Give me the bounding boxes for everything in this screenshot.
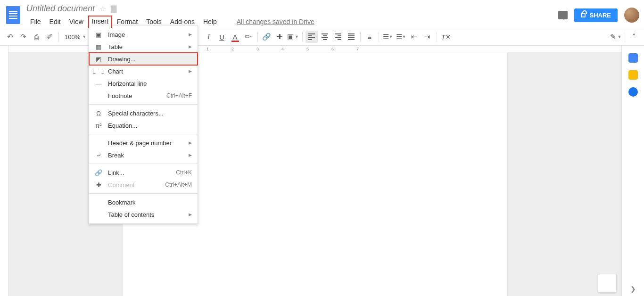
menu-item-label: Bookmark bbox=[108, 199, 136, 206]
insert-menu-dropdown: ▣Image▶▦Table▶◩Drawing...⫍⫎Chart▶—Horizo… bbox=[89, 25, 198, 224]
save-status[interactable]: All changes saved in Drive bbox=[237, 18, 314, 25]
menu-view[interactable]: View bbox=[66, 16, 87, 27]
link-icon: 🔗 bbox=[95, 169, 102, 176]
menu-item-table-of-contents[interactable]: Table of contents▶ bbox=[89, 208, 198, 221]
align-justify-button[interactable] bbox=[345, 31, 357, 43]
increase-indent-button[interactable]: ⇥ bbox=[421, 31, 434, 43]
insert-comment-button[interactable]: ✚ bbox=[274, 31, 286, 43]
redo-button[interactable]: ↷ bbox=[17, 31, 29, 43]
menu-item-horizontal-line[interactable]: —Horizontal line bbox=[89, 77, 198, 90]
menu-item-label: Link... bbox=[108, 169, 124, 176]
chart-icon: ⫍⫎ bbox=[95, 67, 102, 75]
collapse-toolbar-button[interactable]: ˄ bbox=[628, 31, 640, 43]
menubar: File Edit View Insert Format Tools Add-o… bbox=[26, 16, 558, 28]
menu-item-label: Table of contents bbox=[108, 211, 154, 218]
menu-shortcut: Ctrl+Alt+F bbox=[166, 92, 192, 99]
image-icon: ▣ bbox=[95, 31, 102, 38]
align-center-button[interactable] bbox=[319, 31, 331, 43]
menu-item-label: Break bbox=[108, 152, 124, 159]
submenu-arrow-icon: ▶ bbox=[189, 32, 192, 37]
menu-insert[interactable]: Insert bbox=[88, 16, 112, 28]
text-color-button[interactable]: A bbox=[229, 31, 241, 43]
submenu-arrow-icon: ▶ bbox=[189, 140, 192, 145]
doc-title[interactable]: Untitled document bbox=[26, 4, 95, 14]
align-left-button[interactable] bbox=[305, 31, 318, 43]
clear-formatting-button[interactable]: T✕ bbox=[440, 31, 452, 43]
decrease-indent-button[interactable]: ⇤ bbox=[408, 31, 421, 43]
italic-button[interactable]: I bbox=[203, 31, 215, 43]
paint-format-button[interactable]: ✐ bbox=[43, 31, 56, 43]
avatar[interactable] bbox=[624, 8, 639, 23]
share-label: SHARE bbox=[589, 12, 611, 19]
bulleted-list-button[interactable]: ☰▼ bbox=[395, 31, 407, 43]
menu-item-equation[interactable]: π²Equation... bbox=[89, 119, 198, 132]
numbered-list-button[interactable]: ☰▼ bbox=[382, 31, 394, 43]
menu-item-label: Drawing... bbox=[108, 56, 136, 63]
hr-icon: — bbox=[95, 80, 102, 87]
print-button[interactable]: ⎙ bbox=[30, 31, 42, 43]
omega-icon: Ω bbox=[95, 109, 102, 117]
submenu-arrow-icon: ▶ bbox=[189, 153, 192, 157]
comment-icon: ✚ bbox=[95, 181, 102, 189]
footnote-icon bbox=[95, 92, 102, 99]
menu-item-chart[interactable]: ⫍⫎Chart▶ bbox=[89, 65, 198, 77]
menu-edit[interactable]: Edit bbox=[46, 16, 65, 27]
menu-item-label: Comment bbox=[108, 181, 134, 189]
hide-side-panel-button[interactable]: ❯ bbox=[630, 285, 636, 293]
lock-icon bbox=[581, 13, 586, 17]
table-icon: ▦ bbox=[95, 43, 102, 50]
menu-item-label: Footnote bbox=[108, 92, 132, 99]
star-icon[interactable]: ☆ bbox=[99, 4, 106, 13]
menu-item-comment: ✚CommentCtrl+Alt+M bbox=[89, 179, 198, 191]
drawing-icon: ◩ bbox=[95, 55, 102, 63]
zoom-combo[interactable]: 100%▼ bbox=[62, 33, 89, 41]
menu-item-label: Equation... bbox=[108, 122, 137, 129]
keep-icon[interactable] bbox=[628, 70, 638, 80]
share-button[interactable]: SHARE bbox=[574, 8, 618, 22]
menu-shortcut: Ctrl+Alt+M bbox=[165, 181, 192, 188]
menu-help[interactable]: Help bbox=[199, 16, 221, 27]
equation-icon: π² bbox=[95, 122, 102, 129]
menu-item-break[interactable]: ⤶Break▶ bbox=[89, 149, 198, 161]
explore-button[interactable] bbox=[598, 274, 617, 293]
menu-item-label: Chart bbox=[108, 68, 123, 75]
menu-file[interactable]: File bbox=[26, 16, 45, 27]
menu-item-footnote[interactable]: FootnoteCtrl+Alt+F bbox=[89, 90, 198, 102]
menu-item-image[interactable]: ▣Image▶ bbox=[89, 28, 198, 41]
menu-item-label: Image bbox=[108, 31, 125, 38]
highlight-button[interactable]: ✎ bbox=[242, 31, 255, 43]
folder-icon[interactable]: ▇ bbox=[111, 4, 116, 13]
insert-link-button[interactable]: 🔗 bbox=[261, 31, 273, 43]
break-icon: ⤶ bbox=[95, 151, 102, 159]
submenu-arrow-icon: ▶ bbox=[189, 69, 192, 74]
align-right-button[interactable] bbox=[332, 31, 344, 43]
insert-image-button[interactable]: ▣▼ bbox=[287, 31, 299, 43]
menu-item-table[interactable]: ▦Table▶ bbox=[89, 41, 198, 53]
menu-item-label: Horizontal line bbox=[108, 80, 147, 87]
bookmark-icon bbox=[95, 198, 102, 206]
header: Untitled document ☆ ▇ File Edit View Ins… bbox=[0, 0, 644, 28]
tasks-icon[interactable] bbox=[628, 87, 638, 97]
underline-button[interactable]: U bbox=[216, 31, 228, 43]
menu-item-drawing[interactable]: ◩Drawing... bbox=[89, 53, 198, 65]
calendar-icon[interactable] bbox=[628, 53, 638, 63]
vertical-ruler[interactable] bbox=[0, 46, 8, 296]
docs-logo[interactable] bbox=[5, 4, 22, 26]
submenu-arrow-icon: ▶ bbox=[189, 212, 192, 217]
menu-item-label: Special characters... bbox=[108, 110, 164, 117]
menu-item-label: Table bbox=[108, 43, 123, 50]
menu-item-special-characters[interactable]: ΩSpecial characters... bbox=[89, 107, 198, 119]
menu-item-header-page-number[interactable]: Header & page number▶ bbox=[89, 137, 198, 149]
header-icon bbox=[95, 139, 102, 147]
editing-mode-button[interactable]: ✎▼ bbox=[610, 31, 622, 43]
toc-icon bbox=[95, 211, 102, 218]
submenu-arrow-icon: ▶ bbox=[189, 44, 192, 49]
menu-shortcut: Ctrl+K bbox=[176, 169, 192, 176]
comments-icon[interactable] bbox=[558, 11, 568, 19]
menu-item-bookmark[interactable]: Bookmark bbox=[89, 196, 198, 208]
side-panel: ❯ bbox=[621, 46, 644, 296]
menu-item-label: Header & page number bbox=[108, 140, 172, 147]
undo-button[interactable]: ↶ bbox=[4, 31, 16, 43]
menu-item-link[interactable]: 🔗Link...Ctrl+K bbox=[89, 166, 198, 179]
line-spacing-button[interactable]: ≡ bbox=[363, 31, 376, 43]
